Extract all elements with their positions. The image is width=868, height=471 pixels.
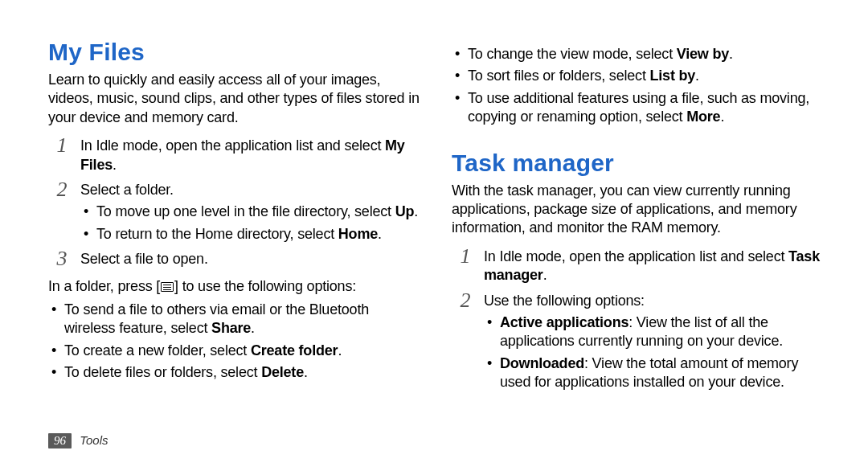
step-text: In Idle mode, open the application list …	[80, 137, 423, 174]
bullet-create-folder: To create a new folder, select Create fo…	[48, 342, 423, 360]
text: To delete files or folders, select	[64, 364, 261, 380]
text: .	[378, 226, 382, 242]
step-text: Use the following options:	[484, 292, 826, 310]
text: In Idle mode, open the application list …	[484, 248, 788, 264]
step-2: 2 Select a folder. To move up one level …	[48, 181, 423, 244]
folder-options-intro: In a folder, press [] to use the followi…	[48, 277, 423, 296]
step-2-sublist: To move up one level in the file directo…	[80, 203, 423, 244]
text: .	[304, 364, 308, 380]
bold-home: Home	[338, 226, 378, 242]
text: ] to use the following options:	[174, 278, 356, 294]
text: To change the view mode, select	[468, 46, 677, 62]
text: .	[729, 46, 733, 62]
folder-options-list: To send a file to others via email or th…	[48, 301, 423, 383]
step-2: 2 Use the following options: Active appl…	[452, 292, 826, 392]
text: In Idle mode, open the application list …	[80, 137, 385, 154]
bold-list-by: List by	[650, 68, 696, 84]
step-3: 3 Select a file to open.	[48, 250, 423, 268]
bullet-share: To send a file to others via email or th…	[48, 301, 423, 338]
right-column: To change the view mode, select View by.…	[452, 39, 826, 442]
bold-delete: Delete	[261, 364, 304, 380]
menu-icon	[161, 282, 174, 292]
left-column: My Files Learn to quickly and easily acc…	[48, 39, 423, 442]
text: To use additional features using a file,…	[468, 90, 809, 125]
task-manager-options: Active applications: View the list of al…	[484, 313, 826, 392]
heading-my-files: My Files	[48, 39, 423, 66]
step-number: 2	[50, 178, 74, 202]
bold-up: Up	[395, 203, 415, 219]
manual-page: My Files Learn to quickly and easily acc…	[0, 0, 868, 471]
two-column-layout: My Files Learn to quickly and easily acc…	[48, 39, 826, 442]
right-top-bullets: To change the view mode, select View by.…	[452, 45, 826, 127]
heading-task-manager: Task manager	[452, 149, 826, 177]
bullet-downloaded: Downloaded: View the total amount of mem…	[484, 354, 826, 392]
text: .	[113, 157, 117, 173]
my-files-steps: 1 In Idle mode, open the application lis…	[48, 137, 423, 268]
text: In a folder, press [	[48, 278, 160, 294]
page-footer: 96 Tools	[48, 433, 108, 448]
intro-my-files: Learn to quickly and easily access all o…	[48, 71, 423, 127]
step-1: 1 In Idle mode, open the application lis…	[452, 248, 826, 285]
step-number: 2	[453, 289, 477, 313]
text: To return to the Home directory, select	[96, 226, 338, 242]
text: To sort files or folders, select	[468, 68, 650, 84]
bold-downloaded: Downloaded	[500, 355, 584, 371]
text: .	[414, 203, 418, 219]
bold-view-by: View by	[677, 46, 729, 62]
bullet-view-by: To change the view mode, select View by.	[452, 45, 826, 63]
text: To create a new folder, select	[64, 342, 251, 358]
step-1: 1 In Idle mode, open the application lis…	[48, 137, 423, 174]
step-number: 1	[453, 244, 477, 268]
text: .	[251, 320, 255, 336]
bullet-up: To move up one level in the file directo…	[80, 203, 423, 221]
step-text: In Idle mode, open the application list …	[484, 248, 826, 285]
text: .	[720, 109, 724, 125]
bullet-list-by: To sort files or folders, select List by…	[452, 67, 826, 85]
step-number: 1	[50, 133, 74, 158]
step-text: Select a file to open.	[80, 250, 423, 268]
bullet-active-apps: Active applications: View the list of al…	[484, 313, 826, 351]
step-number: 3	[50, 247, 74, 271]
text: .	[338, 342, 342, 358]
bold-share: Share	[211, 320, 251, 336]
bullet-delete: To delete files or folders, select Delet…	[48, 363, 423, 382]
text: .	[695, 68, 699, 84]
section-name: Tools	[80, 433, 108, 447]
text: .	[543, 267, 547, 283]
bold-more: More	[686, 109, 720, 125]
intro-task-manager: With the task manager, you can view curr…	[452, 182, 826, 238]
bullet-home: To return to the Home directory, select …	[80, 225, 423, 244]
step-text: Select a folder.	[80, 181, 423, 199]
bold-active-apps: Active applications	[500, 314, 628, 330]
task-manager-steps: 1 In Idle mode, open the application lis…	[452, 248, 826, 392]
page-number: 96	[48, 433, 72, 448]
text: To move up one level in the file directo…	[96, 203, 395, 219]
bullet-more: To use additional features using a file,…	[452, 89, 826, 127]
bold-create-folder: Create folder	[251, 342, 338, 358]
